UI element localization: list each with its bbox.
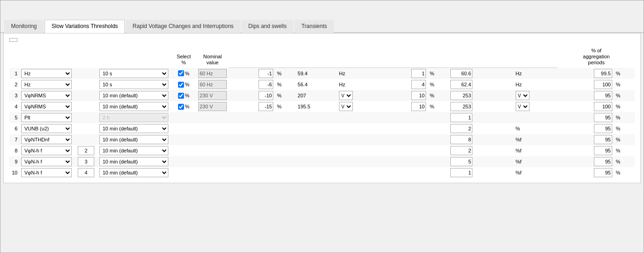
aggregation-select-8[interactable]: 10 min (default) bbox=[99, 146, 168, 155]
high-pct-input-2[interactable] bbox=[411, 80, 426, 89]
close-button[interactable] bbox=[627, 4, 638, 15]
aggregation-cell-5[interactable]: 2 h bbox=[98, 112, 171, 123]
quantity-cell-7[interactable]: VφNTHDnf bbox=[19, 134, 75, 145]
aggregation-select-4[interactable]: 10 min (default) bbox=[99, 102, 168, 111]
agg-pct-cell-4[interactable] bbox=[558, 101, 614, 112]
aggregation-cell-6[interactable]: 10 min (default) bbox=[98, 123, 171, 134]
nominal-cell-1[interactable] bbox=[196, 68, 229, 79]
high-val-cell-6[interactable] bbox=[448, 123, 514, 134]
high-val-cell-4[interactable] bbox=[448, 101, 514, 112]
high-val-cell-3[interactable] bbox=[448, 90, 514, 101]
nominal-input-3[interactable] bbox=[198, 91, 227, 100]
quantity-select-7[interactable]: VφNTHDnf bbox=[21, 135, 72, 144]
quantity-cell-10[interactable]: VφN-h f bbox=[19, 167, 75, 178]
high-val-cell-5[interactable] bbox=[448, 112, 514, 123]
low-val-cell-4[interactable]: 195.5 bbox=[296, 101, 337, 112]
low-val-cell-3[interactable]: 207 bbox=[296, 90, 337, 101]
agg-pct-input-10[interactable] bbox=[594, 168, 612, 177]
agg-pct-input-1[interactable] bbox=[594, 69, 612, 78]
high-pct-cell-3[interactable] bbox=[381, 90, 428, 101]
low-val-cell-2[interactable]: 56.4 bbox=[296, 79, 337, 90]
aggregation-cell-10[interactable]: 10 min (default) bbox=[98, 167, 171, 178]
select-checkbox-3[interactable] bbox=[178, 93, 184, 99]
high-val-cell-2[interactable] bbox=[448, 79, 514, 90]
quantity-cell-3[interactable]: VφNRMS bbox=[19, 90, 75, 101]
low-pct-cell-3[interactable] bbox=[229, 90, 275, 101]
low-pct-input-4[interactable] bbox=[259, 102, 273, 111]
quantity-cell-4[interactable]: VφNRMS bbox=[19, 101, 75, 112]
high-val-input-4[interactable] bbox=[450, 102, 472, 111]
select-cell-1[interactable]: % bbox=[171, 68, 196, 79]
tab-slow-variations-thresholds[interactable]: Slow Variations Thresholds bbox=[45, 20, 125, 33]
quantity-select-10[interactable]: VφN-h f bbox=[21, 168, 72, 177]
agg-pct-input-3[interactable] bbox=[594, 91, 612, 100]
select-cell-4[interactable]: % bbox=[171, 101, 196, 112]
agg-pct-cell-6[interactable] bbox=[558, 123, 614, 134]
aggregation-select-5[interactable]: 2 h bbox=[99, 113, 168, 122]
harmonic-cell-9[interactable] bbox=[75, 156, 98, 167]
high-val-input-2[interactable] bbox=[450, 80, 472, 89]
nominal-input-2[interactable] bbox=[198, 80, 227, 89]
quantity-select-9[interactable]: VφN-h f bbox=[21, 157, 72, 166]
quantity-select-1[interactable]: Hz bbox=[21, 69, 72, 78]
high-val-cell-8[interactable] bbox=[448, 145, 514, 156]
high-pct-input-3[interactable] bbox=[411, 91, 426, 100]
aggregation-select-3[interactable]: 10 min (default) bbox=[99, 91, 168, 100]
aggregation-cell-4[interactable]: 10 min (default) bbox=[98, 101, 171, 112]
agg-pct-cell-7[interactable] bbox=[558, 134, 614, 145]
agg-pct-cell-5[interactable] bbox=[558, 112, 614, 123]
tab-monitoring[interactable]: Monitoring bbox=[4, 20, 44, 33]
low-pct-cell-1[interactable] bbox=[229, 68, 275, 79]
high-val-cell-1[interactable] bbox=[448, 68, 514, 79]
low-pct-cell-2[interactable] bbox=[229, 79, 275, 90]
aggregation-select-10[interactable]: 10 min (default) bbox=[99, 168, 168, 177]
tab-dips-and-swells[interactable]: Dips and swells bbox=[242, 20, 293, 33]
select-cell-3[interactable]: % bbox=[171, 90, 196, 101]
agg-pct-input-4[interactable] bbox=[594, 102, 612, 111]
high-val-input-8[interactable] bbox=[450, 146, 472, 155]
aggregation-cell-1[interactable]: 10 s bbox=[98, 68, 171, 79]
agg-pct-cell-1[interactable] bbox=[558, 68, 614, 79]
high-val-input-5[interactable] bbox=[450, 113, 472, 122]
aggregation-select-6[interactable]: 10 min (default) bbox=[99, 124, 168, 133]
high-pct-input-1[interactable] bbox=[411, 69, 426, 78]
agg-pct-cell-3[interactable] bbox=[558, 90, 614, 101]
agg-pct-input-8[interactable] bbox=[594, 146, 612, 155]
tab-transients[interactable]: Transients bbox=[294, 20, 334, 33]
agg-pct-input-2[interactable] bbox=[594, 80, 612, 89]
high-val-cell-9[interactable] bbox=[448, 156, 514, 167]
harmonic-input-8[interactable] bbox=[78, 146, 94, 155]
low-pct-cell-4[interactable] bbox=[229, 101, 275, 112]
agg-pct-input-7[interactable] bbox=[594, 135, 612, 144]
high-val-cell-10[interactable] bbox=[448, 167, 514, 178]
quantity-cell-6[interactable]: VUNB (u2) bbox=[19, 123, 75, 134]
harmonic-cell-10[interactable] bbox=[75, 167, 98, 178]
agg-pct-cell-10[interactable] bbox=[558, 167, 614, 178]
quantity-select-6[interactable]: VUNB (u2) bbox=[21, 124, 72, 133]
aggregation-cell-9[interactable]: 10 min (default) bbox=[98, 156, 171, 167]
agg-pct-cell-2[interactable] bbox=[558, 79, 614, 90]
high-pct-cell-2[interactable] bbox=[381, 79, 428, 90]
quantity-cell-8[interactable]: VφN-h f bbox=[19, 145, 75, 156]
aggregation-select-7[interactable]: 10 min (default) bbox=[99, 135, 168, 144]
nominal-input-4[interactable] bbox=[198, 102, 227, 111]
high-pct-cell-1[interactable] bbox=[381, 68, 428, 79]
aggregation-select-2[interactable]: 10 s bbox=[99, 80, 168, 89]
agg-pct-cell-8[interactable] bbox=[558, 145, 614, 156]
quantity-cell-5[interactable]: Plt bbox=[19, 112, 75, 123]
quantity-select-5[interactable]: Plt bbox=[21, 113, 72, 122]
select-cell-2[interactable]: % bbox=[171, 79, 196, 90]
nominal-input-1[interactable] bbox=[198, 69, 227, 78]
aggregation-select-9[interactable]: 10 min (default) bbox=[99, 157, 168, 166]
low-unit-select-3[interactable]: V bbox=[339, 91, 353, 100]
low-unit-select-4[interactable]: V bbox=[339, 102, 353, 111]
aggregation-select-1[interactable]: 10 s bbox=[99, 69, 168, 78]
quantity-select-4[interactable]: VφNRMS bbox=[21, 102, 72, 111]
aggregation-cell-8[interactable]: 10 min (default) bbox=[98, 145, 171, 156]
select-checkbox-2[interactable] bbox=[178, 82, 184, 88]
nominal-cell-2[interactable] bbox=[196, 79, 229, 90]
agg-pct-cell-9[interactable] bbox=[558, 156, 614, 167]
high-pct-input-4[interactable] bbox=[411, 102, 426, 111]
nominal-cell-4[interactable] bbox=[196, 101, 229, 112]
harmonic-input-10[interactable] bbox=[78, 168, 94, 177]
